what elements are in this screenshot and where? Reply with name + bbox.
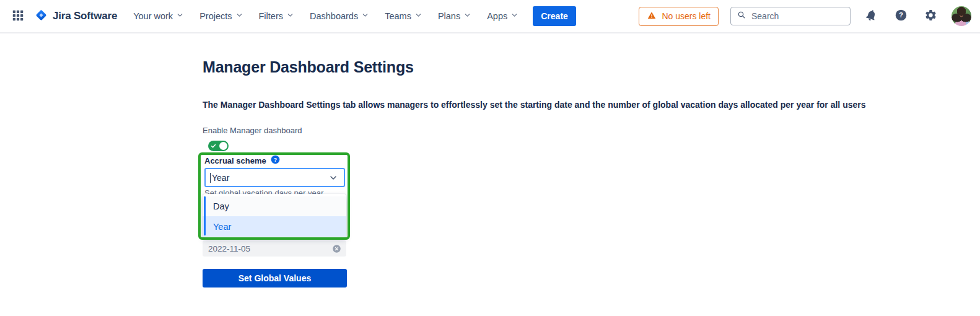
svg-text:?: ? bbox=[274, 157, 277, 163]
product-name: Jira Software bbox=[53, 10, 117, 22]
jira-settings-page: Jira Software Your work Projects Filters… bbox=[0, 0, 980, 316]
chevron-down-icon bbox=[176, 11, 184, 21]
user-avatar[interactable] bbox=[952, 6, 971, 26]
start-date-input[interactable] bbox=[208, 244, 313, 253]
svg-text:?: ? bbox=[899, 11, 903, 19]
nav-label: Dashboards bbox=[310, 11, 358, 21]
jira-diamond-icon bbox=[35, 9, 48, 24]
page-description: The Manager Dashboard Settings tab allow… bbox=[203, 100, 866, 110]
search-input[interactable] bbox=[751, 11, 838, 21]
start-date-field bbox=[203, 240, 346, 257]
search-box bbox=[730, 7, 851, 25]
help-button[interactable]: ? bbox=[892, 6, 910, 26]
nav-filters[interactable]: Filters bbox=[259, 11, 294, 21]
checkmark-icon bbox=[211, 143, 216, 149]
chevron-down-icon bbox=[286, 11, 294, 21]
nav-label: Projects bbox=[199, 11, 232, 21]
set-global-values-button[interactable]: Set Global Values bbox=[203, 269, 347, 287]
option-day[interactable]: Day bbox=[203, 196, 346, 216]
warning-triangle-icon bbox=[647, 11, 657, 22]
chevron-down-icon bbox=[510, 11, 518, 21]
nav-label: Your work bbox=[133, 11, 173, 21]
accrual-scheme-row: Accrual scheme ? bbox=[204, 155, 280, 167]
search-icon bbox=[737, 10, 746, 22]
x-circle-icon bbox=[332, 244, 341, 253]
main-content: Manager Dashboard Settings The Manager D… bbox=[0, 33, 980, 316]
nav-apps[interactable]: Apps bbox=[487, 11, 518, 21]
nav-label: Apps bbox=[487, 11, 507, 21]
help-question-circle-icon[interactable]: ? bbox=[271, 155, 280, 167]
chevron-down-icon bbox=[235, 11, 243, 21]
nav-label: Filters bbox=[259, 11, 283, 21]
bell-icon bbox=[865, 9, 878, 24]
jira-logo[interactable]: Jira Software bbox=[35, 9, 117, 24]
enable-dashboard-label: Enable Manager dashboard bbox=[203, 126, 302, 135]
nav-left-group: Jira Software Your work Projects Filters… bbox=[0, 6, 576, 27]
clear-date-button[interactable] bbox=[332, 244, 341, 253]
app-switcher-grid-icon bbox=[11, 9, 25, 24]
no-users-left-button[interactable]: No users left bbox=[639, 7, 719, 26]
page-title: Manager Dashboard Settings bbox=[203, 58, 414, 76]
nav-right-group: No users left ? bbox=[639, 6, 971, 26]
enable-dashboard-toggle[interactable] bbox=[208, 141, 229, 151]
top-navigation: Jira Software Your work Projects Filters… bbox=[0, 0, 980, 33]
gear-icon bbox=[924, 9, 937, 24]
nav-projects[interactable]: Projects bbox=[199, 11, 243, 21]
nav-dashboards[interactable]: Dashboards bbox=[310, 11, 369, 21]
nav-teams[interactable]: Teams bbox=[385, 11, 422, 21]
select-value: Year bbox=[212, 173, 229, 183]
option-year[interactable]: Year bbox=[203, 216, 346, 237]
app-switcher-button[interactable] bbox=[9, 6, 27, 27]
nav-label: Teams bbox=[385, 11, 411, 21]
accrual-dropdown-menu: Day Year bbox=[203, 194, 346, 237]
chevron-down-icon bbox=[414, 11, 422, 21]
settings-button[interactable] bbox=[922, 6, 940, 26]
accrual-scheme-select[interactable]: Year bbox=[204, 168, 345, 187]
question-circle-icon: ? bbox=[895, 9, 908, 24]
nav-your-work[interactable]: Your work bbox=[133, 11, 184, 21]
dropdown-accent-bar bbox=[204, 196, 206, 235]
chevron-down-icon bbox=[463, 11, 471, 21]
nav-plans[interactable]: Plans bbox=[438, 11, 471, 21]
notifications-button[interactable] bbox=[862, 6, 880, 26]
accrual-scheme-label: Accrual scheme bbox=[204, 156, 266, 165]
toggle-knob bbox=[219, 142, 227, 150]
chevron-down-icon bbox=[361, 11, 369, 21]
warning-label: No users left bbox=[662, 11, 711, 21]
chevron-down-icon bbox=[328, 173, 338, 183]
nav-label: Plans bbox=[438, 11, 460, 21]
text-cursor bbox=[210, 173, 211, 183]
primary-nav: Your work Projects Filters Dashboards Te… bbox=[133, 11, 518, 21]
create-button[interactable]: Create bbox=[533, 6, 576, 26]
